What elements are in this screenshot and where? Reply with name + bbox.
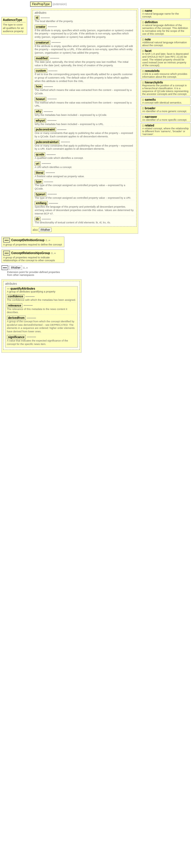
- field-derivedfrom-dashes: ▪▪▪▪▪▪▪▪▪▪: [27, 317, 36, 319]
- field-creator-dashes: ▪▪▪▪▪▪▪▪▪▪: [48, 25, 57, 28]
- field-creatoruri-name: creatoruri: [35, 40, 50, 45]
- concept-def-title: ConceptDefinitionGroup: [11, 239, 44, 242]
- other-ext-label: ##other: [9, 266, 22, 270]
- field-why-name: why: [35, 109, 42, 114]
- audience-type-box: AudienceType The type to cover all quali…: [1, 17, 27, 35]
- concept-rel-mult: 0..∞: [51, 252, 56, 255]
- field-uri-name: uri: [35, 161, 41, 166]
- quantify-group-title: quantifyAttributes: [10, 287, 35, 290]
- right-box-facet: □ facet In NAR 1.8 and later, facet is d…: [141, 49, 191, 68]
- facet-icon: □: [142, 49, 144, 53]
- right-box-sameas: □ sameAs A concept with identical semant…: [141, 97, 191, 105]
- remoteinfo-icon: □: [142, 69, 144, 72]
- field-typeuri-name: typeuri: [35, 192, 46, 196]
- field-confidence-desc: The confidence with which the metadata h…: [7, 299, 76, 302]
- sameas-icon: □: [142, 98, 144, 101]
- field-pubconstrainturi-desc: One or many constraints that apply to pu…: [35, 144, 135, 151]
- quantify-attributes-label: attributes: [5, 282, 78, 285]
- field-dir: dir ▪▪▪▪▪▪▪▪▪▪ The directionality of tex…: [35, 217, 135, 225]
- section3: attributes ▪▪▪ quantifyAttributes A grou…: [1, 279, 191, 353]
- field-dir-desc: The directionality of textual content of…: [35, 221, 135, 224]
- also-label: also: [33, 228, 38, 231]
- attributes-section: attributes id ▪▪▪▪▪▪▪▪▪▪ The local ident…: [33, 10, 137, 226]
- field-pubconstraint-dashes: ▪▪▪▪▪▪▪▪▪▪: [57, 128, 66, 131]
- right-box-related: □ related A related concept, where the r…: [141, 123, 191, 136]
- field-howuri-desc: The method which means the value was ext…: [35, 101, 135, 108]
- field-howuri: howuri ▪▪▪▪▪▪▪▪▪▪ The method which means…: [35, 97, 135, 108]
- field-creator-name: creator: [35, 25, 47, 29]
- field-significance-desc: A value that indicates the expected sign…: [7, 339, 76, 346]
- related-icon: □: [142, 124, 144, 127]
- section2: ▪▪▪▪ ConceptDefinitionGroup 0..∞ A group…: [1, 237, 191, 276]
- field-literal-dashes: ▪▪▪▪▪▪▪▪▪▪: [46, 171, 55, 174]
- concept-relationships-group-box: ▪▪▪▪ ConceptRelationshipsGroup 0..∞ A gr…: [1, 249, 64, 263]
- field-uri-desc: A URI which identifies a concept.: [35, 166, 135, 169]
- field-type-name: type: [35, 180, 43, 184]
- flexproptype-title-box: FlexPropType: [30, 1, 52, 7]
- right-box-sameas-desc: A concept with identical semantics.: [142, 101, 189, 104]
- field-significance: significance ▪▪▪▪▪▪▪▪▪▪ A value that ind…: [7, 335, 76, 346]
- field-confidence-name: confidence: [7, 294, 24, 299]
- right-box-name-desc: A natural language name for the concept.: [142, 12, 189, 18]
- right-panel: □ name A natural language name for the c…: [141, 8, 191, 234]
- field-how-name: how: [35, 84, 43, 89]
- field-dir-name: dir: [35, 217, 41, 221]
- field-how-dashes: ▪▪▪▪▪▪▪▪▪▪: [44, 85, 53, 88]
- other-ext-bold-box: ▪▪▪▪: [1, 265, 8, 270]
- quantify-group-desc: A group of attributes quantifying a prop…: [7, 290, 76, 293]
- concept-def-desc: A group of properties required to define…: [3, 243, 63, 246]
- field-dir-dashes: ▪▪▪▪▪▪▪▪▪▪: [42, 218, 51, 220]
- concept-rel-bold-box: ▪▪▪▪: [3, 251, 10, 255]
- right-box-narrower-desc: An identifier of a more specific concept…: [142, 118, 189, 121]
- right-box-remoteinfo: □ remoteInfo A link to a web resource wh…: [141, 68, 191, 79]
- field-creatoruri-dashes: ▪▪▪▪▪▪▪▪▪▪: [51, 41, 61, 44]
- hierarchyinfo-icon: □: [142, 81, 144, 84]
- field-modified-dashes: ▪▪▪▪▪▪▪▪▪▪: [50, 57, 59, 60]
- field-id-dashes: ▪▪▪▪▪▪▪▪▪▪: [41, 17, 50, 19]
- field-pubconstrainturi-name: pubconstrainturi: [35, 140, 60, 144]
- main-content-area: AudienceType The type to cover all quali…: [1, 8, 191, 234]
- concept-def-mult: 0..∞: [45, 239, 50, 242]
- right-box-hierarchyinfo-desc: Represents the position of a concept in …: [142, 84, 189, 95]
- field-how-desc: The method which means the value was ext…: [35, 89, 135, 95]
- right-box-broader-desc: An identifier of a more generic concept.: [142, 110, 189, 113]
- field-typeuri: typeuri ▪▪▪▪▪▪▪▪▪▪ The type of the conce…: [35, 192, 135, 200]
- field-whyuri-name: whyuri: [35, 118, 46, 123]
- quantify-main-box: attributes ▪▪▪ quantifyAttributes A grou…: [1, 279, 82, 353]
- narrower-icon: □: [142, 115, 144, 118]
- right-box-name-label: name: [145, 9, 152, 12]
- field-creator-desc: If the attribute is empty, specifies whi…: [35, 29, 135, 39]
- field-whyuri: whyuri ▪▪▪▪▪▪▪▪▪▪ Why the metadata has b…: [35, 118, 135, 127]
- field-type: type ▪▪▪▪▪▪▪▪▪▪ The type of the concept …: [35, 179, 135, 191]
- field-relevance-name: relevance: [7, 303, 22, 308]
- field-qcode-desc: A qualified code which identifies a conc…: [35, 157, 135, 160]
- field-typeuri-dashes: ▪▪▪▪▪▪▪▪▪▪: [47, 193, 56, 195]
- right-box-remoteinfo-desc: A link to a web resource which provides …: [142, 72, 189, 78]
- section2-left: ▪▪▪▪ ConceptDefinitionGroup 0..∞ A group…: [1, 237, 64, 276]
- field-whyuri-dashes: ▪▪▪▪▪▪▪▪▪▪: [47, 119, 56, 122]
- field-confidence: confidence ▪▪▪▪▪▪▪▪▪▪ The confidence wit…: [7, 294, 76, 303]
- right-box-related-desc: A related concept, where the relationshi…: [142, 127, 189, 136]
- field-creatoruri-desc: If the attribute is empty, specifies whi…: [35, 45, 135, 55]
- field-qcode-dashes: ▪▪▪▪▪▪▪▪▪▪: [46, 153, 55, 156]
- right-box-facet-label: facet: [145, 49, 151, 53]
- field-custom-dashes: ▪▪▪▪▪▪▪▪▪▪: [48, 69, 57, 72]
- concept-def-bold-box: ▪▪▪▪: [3, 238, 10, 243]
- concept-rel-desc: A group of properties required to indica…: [3, 256, 63, 262]
- broader-icon: □: [142, 107, 144, 110]
- field-id-desc: The local identifier of the property.: [35, 20, 135, 23]
- audience-type-title: AudienceType: [3, 18, 26, 22]
- field-xmllang-dashes: ▪▪▪▪▪▪▪▪▪▪: [49, 202, 58, 205]
- field-type-desc: The type of the concept assigned as cont…: [35, 184, 135, 190]
- field-significance-dashes: ▪▪▪▪▪▪▪▪▪▪: [27, 336, 36, 338]
- field-derivedfrom-name: derivedfrom: [7, 316, 26, 320]
- field-modified-desc: The date (and, optionally, the time) whe…: [35, 61, 135, 67]
- right-box-broader: □ broader An identifier of a more generi…: [141, 106, 191, 114]
- field-id: id ▪▪▪▪▪▪▪▪▪▪ The local identifier of th…: [35, 15, 135, 24]
- field-pubconstraint: pubconstraint ▪▪▪▪▪▪▪▪▪▪ One or many con…: [35, 127, 135, 139]
- field-id-name: id: [35, 16, 39, 20]
- field-pubconstrainturi: pubconstrainturi ▪▪▪▪▪▪▪▪▪▪ One or many …: [35, 140, 135, 151]
- field-xmllang: xmllang ▪▪▪▪▪▪▪▪▪▪ Specifies the languag…: [35, 201, 135, 216]
- field-derivedfrom: derivedfrom ▪▪▪▪▪▪▪▪▪▪ A group of the co…: [7, 315, 76, 334]
- field-howuri-name: howuri: [35, 97, 46, 101]
